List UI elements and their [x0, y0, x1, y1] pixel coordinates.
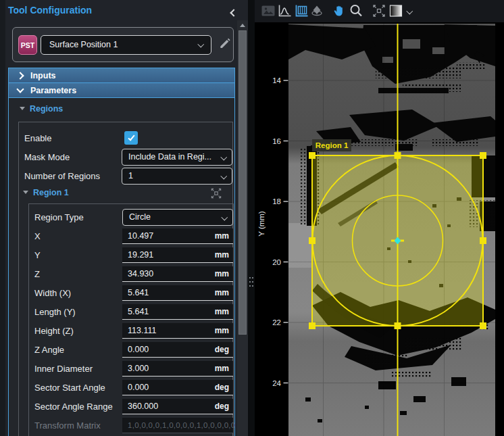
transform-matrix-label: Transform Matrix: [34, 420, 101, 431]
y-input[interactable]: 19.291 mm: [122, 247, 233, 263]
panel-divider[interactable]: [248, 0, 255, 436]
sector-start-angle-input[interactable]: 0.000 deg: [122, 380, 233, 395]
sector-angle-range-input[interactable]: 360.000 deg: [122, 399, 233, 414]
width-x-value: 5.641: [128, 288, 149, 297]
regions-group-label: Regions: [30, 104, 63, 114]
divider-drag-handle-icon[interactable]: [249, 277, 254, 295]
pan-hand-icon: [331, 3, 347, 19]
inner-diameter-input[interactable]: 3.000 mm: [122, 361, 233, 377]
length-y-value: 5.641: [128, 307, 149, 316]
app-window: Tool Configuration PST Surface Position …: [0, 0, 504, 436]
length-y-input[interactable]: 5.641 mm: [122, 304, 233, 320]
chevron-down-icon[interactable]: [407, 8, 413, 14]
y-label: Y: [34, 250, 41, 260]
parameters-body: Regions Enable Mask Mode Include Data in…: [8, 98, 235, 436]
number-of-regions-label: Number of Regions: [24, 171, 100, 181]
check-icon: [128, 133, 134, 141]
section-parameters[interactable]: Parameters: [8, 82, 235, 98]
mask-mode-dropdown[interactable]: Include Data in Regi...: [122, 149, 232, 166]
region1-group-label: Region 1: [33, 188, 69, 197]
sector-angle-range-label: Sector Angle Range: [34, 402, 113, 412]
y-tick-label: 16: [272, 137, 281, 145]
sector-start-angle-unit: deg: [215, 380, 229, 395]
scroll-up-arrow-icon[interactable]: [240, 24, 245, 27]
mask-mode-label: Mask Mode: [24, 152, 70, 162]
fit-region-icon: [209, 187, 223, 200]
chevron-down-icon: [16, 85, 24, 93]
y-tick-label: 18: [272, 197, 281, 205]
x-input[interactable]: 10.497 mm: [122, 228, 233, 244]
chevron-down-icon: [221, 214, 227, 220]
section-parameters-label: Parameters: [30, 86, 76, 95]
enable-label: Enable: [24, 133, 51, 143]
sector-start-angle-label: Sector Start Angle: [34, 383, 105, 393]
z-angle-label: Z Angle: [34, 345, 64, 355]
y-value: 19.291: [128, 250, 153, 260]
heightmap-viewport[interactable]: Region 1 14 16 18 20 22 24 Y (mm): [255, 22, 504, 436]
y-axis-label: Y (mm): [257, 211, 266, 237]
chevron-down-icon: [197, 41, 203, 47]
tool-selector-box: PST Surface Position 1: [12, 27, 234, 62]
zoom-tool-button[interactable]: [348, 3, 364, 19]
chevron-down-icon: [220, 154, 226, 160]
number-of-regions-dropdown[interactable]: 1: [122, 168, 232, 185]
length-y-unit: mm: [215, 304, 229, 319]
image-icon: [260, 3, 276, 19]
transform-matrix-input: 1,0,0,0,0,1,0,0,0,0,1,0,0,0,0,0: [122, 418, 233, 433]
inner-diameter-label: Inner Diameter: [34, 364, 93, 374]
region-label: Region 1: [316, 141, 349, 149]
colormap-picker-button[interactable]: [388, 3, 405, 19]
data-viewer-panel: Region 1 14 16 18 20 22 24 Y (mm): [255, 0, 504, 436]
pencil-icon: [218, 37, 232, 50]
length-y-label: Length (Y): [34, 307, 76, 317]
panel-left-margin: [0, 0, 5, 436]
x-unit: mm: [215, 228, 229, 243]
z-value: 34.930: [128, 269, 153, 278]
tool-type-badge: PST: [18, 35, 37, 55]
mask-mode-value: Include Data in Regi...: [128, 152, 211, 162]
pan-tool-button[interactable]: [331, 3, 347, 19]
surface-3d-view-button[interactable]: [309, 3, 325, 19]
colormap-gradient-icon: [388, 3, 405, 19]
chevron-left-icon: [230, 9, 237, 16]
scrollbar-thumb[interactable]: [238, 30, 247, 335]
height-z-label: Height (Z): [34, 326, 74, 336]
image-view-button[interactable]: [260, 3, 276, 19]
tool-select-dropdown[interactable]: Surface Position 1: [41, 35, 211, 55]
heightmap-view-button[interactable]: [293, 3, 309, 19]
inner-diameter-unit: mm: [215, 361, 229, 376]
regions-group-header[interactable]: Regions: [20, 104, 63, 114]
x-value: 10.497: [128, 231, 153, 241]
chevron-right-icon: [16, 72, 24, 79]
enable-checkbox[interactable]: [124, 131, 138, 145]
region-type-label: Region Type: [34, 212, 84, 222]
heightmap-icon: [293, 3, 309, 19]
fit-region-button[interactable]: [209, 187, 223, 200]
profile-plot-icon: [276, 3, 293, 19]
height-z-input[interactable]: 113.111 mm: [122, 323, 233, 339]
section-inputs[interactable]: Inputs: [8, 68, 235, 83]
height-z-value: 113.111: [128, 326, 156, 335]
height-z-unit: mm: [215, 323, 229, 338]
profile-view-button[interactable]: [276, 3, 293, 19]
z-angle-input[interactable]: 0.000 deg: [122, 342, 233, 358]
region-type-dropdown[interactable]: Circle: [122, 209, 233, 226]
sector-start-angle-value: 0.000: [128, 383, 149, 392]
region1-fieldset: Region Type Circle X 10.497 mm Y 19.291: [28, 203, 234, 436]
chevron-down-icon: [220, 173, 226, 179]
triangle-down-icon: [23, 191, 28, 194]
sector-angle-range-unit: deg: [215, 399, 229, 414]
left-panel-scrollbar[interactable]: [237, 20, 248, 436]
x-label: X: [34, 231, 41, 241]
region1-group-header[interactable]: Region 1: [23, 188, 69, 197]
tool-select-value: Surface Position 1: [49, 40, 118, 49]
z-angle-value: 0.000: [128, 345, 149, 354]
z-input[interactable]: 34.930 mm: [122, 266, 233, 282]
collapse-panel-button[interactable]: [231, 6, 242, 17]
y-tick-label: 14: [272, 76, 281, 84]
width-x-input[interactable]: 5.641 mm: [122, 285, 233, 301]
fit-view-button[interactable]: [371, 3, 387, 19]
edit-tool-name-button[interactable]: [218, 37, 233, 51]
y-unit: mm: [215, 247, 229, 262]
regions-fieldset: Enable Mask Mode Include Data in Regi...…: [18, 122, 233, 436]
